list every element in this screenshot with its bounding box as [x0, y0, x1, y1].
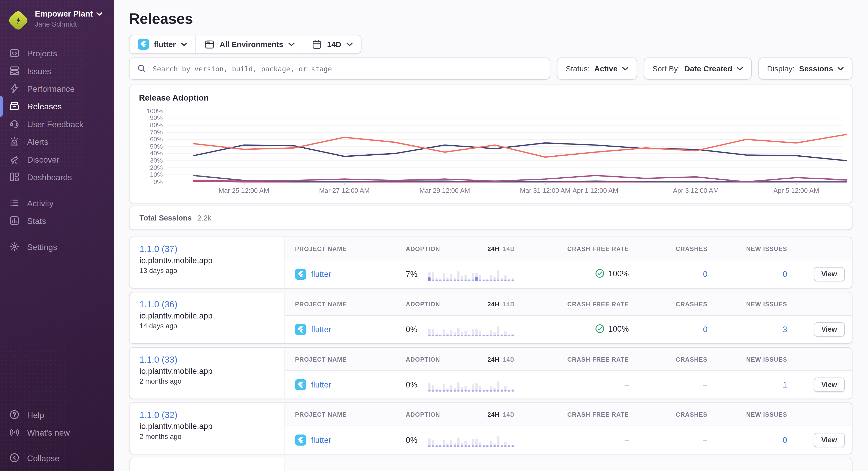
- view-button[interactable]: View: [814, 378, 845, 392]
- sidebar-item-collapse[interactable]: Collapse: [0, 449, 114, 466]
- org-switcher[interactable]: Empower Plant Jane Schmidt: [0, 0, 114, 31]
- page-title: Releases: [129, 11, 852, 27]
- project-filter-value: flutter: [154, 40, 176, 48]
- spark-range-toggle: 24H 14D: [488, 356, 515, 363]
- view-button[interactable]: View: [814, 322, 845, 337]
- y-tick-label: 50%: [150, 143, 163, 150]
- sidebar-item-stats[interactable]: Stats: [0, 212, 114, 229]
- sidebar-item-settings[interactable]: Settings: [0, 238, 114, 256]
- sidebar-item-dashboards[interactable]: Dashboards: [0, 168, 114, 186]
- crashes-count[interactable]: 0: [703, 325, 707, 334]
- release-info: 1.1.0 (33) io.planttv.mobile.app 2 month…: [130, 348, 285, 399]
- chevron-down-icon: [346, 42, 352, 46]
- help-icon: [9, 409, 20, 420]
- sidebar-item-issues[interactable]: Issues: [0, 62, 114, 79]
- new-issues-count[interactable]: 1: [783, 380, 787, 389]
- x-tick-mark: [445, 182, 445, 185]
- discover-icon: [9, 154, 20, 165]
- column-crashes: CRASHES: [629, 245, 708, 252]
- sidebar-item-alerts[interactable]: Alerts: [0, 133, 114, 150]
- performance-icon: [9, 83, 20, 94]
- release-table: PROJECT NAME ADOPTION 24H 14D CRASH FREE…: [285, 348, 852, 399]
- flutter-icon: [295, 379, 306, 390]
- release-table-row: flutter 0% – – 0 View: [285, 426, 852, 454]
- date-range-filter-value: 14D: [327, 40, 341, 48]
- environment-filter[interactable]: All Environments: [195, 35, 303, 53]
- column-crashes: CRASHES: [629, 411, 708, 418]
- org-name: Empower Plant: [35, 9, 93, 19]
- release-age: 14 days ago: [140, 322, 275, 330]
- column-project-name: PROJECT NAME: [285, 245, 406, 252]
- toolbar: Status: Active Sort By: Date Created Dis…: [129, 57, 852, 79]
- release-table: PROJECT NAME ADOPTION 24H 14D CRASH FREE…: [285, 237, 852, 288]
- toggle-24h[interactable]: 24H: [488, 245, 499, 252]
- release-age: 13 days ago: [140, 267, 275, 275]
- y-tick-label: 70%: [150, 129, 163, 135]
- flutter-icon: [295, 269, 306, 280]
- x-tick-label: Mar 31 12:00 AM: [520, 187, 570, 195]
- sidebar-item-what-s-new[interactable]: What's new: [0, 424, 114, 441]
- display-dropdown[interactable]: Display: Sessions: [758, 57, 852, 79]
- sidebar-item-releases[interactable]: Releases: [0, 97, 114, 115]
- project-link[interactable]: flutter: [311, 380, 331, 389]
- chart-line-series-plum: [193, 175, 846, 182]
- toggle-14d[interactable]: 14D: [503, 356, 515, 363]
- project-link[interactable]: flutter: [311, 436, 331, 444]
- release-table: PROJECT NAME ADOPTION 24H 14D CRASH FREE…: [285, 403, 852, 454]
- check-circle-icon: [595, 269, 604, 278]
- chart-lines: [167, 111, 843, 182]
- spark-range-toggle: 24H 14D: [488, 411, 515, 418]
- chart-y-axis: 100%90%80%70%60%50%40%30%20%10%0%: [139, 111, 167, 182]
- toggle-24h[interactable]: 24H: [488, 411, 499, 418]
- view-button[interactable]: View: [814, 267, 845, 281]
- sidebar-item-projects[interactable]: Projects: [0, 44, 114, 62]
- spark-range-toggle: 24H 14D: [488, 300, 515, 307]
- new-issues-count[interactable]: 0: [783, 436, 787, 444]
- new-issues-count[interactable]: 0: [783, 270, 787, 279]
- column-project-name: PROJECT NAME: [285, 300, 406, 307]
- toggle-14d[interactable]: 14D: [503, 300, 515, 307]
- release-version-link[interactable]: 1.1.0 (36): [140, 300, 177, 309]
- sort-dropdown[interactable]: Sort By: Date Created: [644, 57, 751, 79]
- toggle-14d[interactable]: 14D: [503, 411, 515, 418]
- crash-free-value: 100%: [609, 269, 629, 278]
- crashes-count: –: [703, 380, 707, 389]
- crashes-count[interactable]: 0: [703, 270, 707, 279]
- release-card: 1.1.0 (33) io.planttv.mobile.app 2 month…: [129, 347, 852, 399]
- view-button[interactable]: View: [814, 433, 845, 447]
- chevron-down-icon: [181, 42, 187, 46]
- toggle-14d[interactable]: 14D: [503, 245, 515, 252]
- sidebar-item-discover[interactable]: Discover: [0, 150, 114, 168]
- release-info: 1.1.0 (32) io.planttv.mobile.app 2 month…: [130, 403, 285, 454]
- search-input[interactable]: [152, 64, 542, 73]
- project-link[interactable]: flutter: [311, 270, 331, 279]
- search-box: [129, 57, 550, 79]
- sidebar-item-performance[interactable]: Performance: [0, 79, 114, 97]
- chevron-down-icon: [622, 67, 628, 71]
- date-range-filter[interactable]: 14D: [303, 35, 361, 53]
- sidebar-item-user-feedback[interactable]: User Feedback: [0, 115, 114, 133]
- sidebar-item-activity[interactable]: Activity: [0, 194, 114, 212]
- toggle-24h[interactable]: 24H: [488, 356, 499, 363]
- project-link[interactable]: flutter: [311, 325, 331, 334]
- toggle-24h[interactable]: 24H: [488, 300, 499, 307]
- crash-free-value: –: [624, 436, 629, 444]
- y-tick-label: 60%: [150, 136, 163, 143]
- column-adoption: ADOPTION: [406, 356, 440, 363]
- sidebar: Empower Plant Jane Schmidt Projects Issu…: [0, 0, 114, 471]
- project-filter[interactable]: flutter: [130, 35, 195, 53]
- release-adoption-card: Release Adoption 100%90%80%70%60%50%40%3…: [129, 85, 852, 203]
- sidebar-item-help[interactable]: Help: [0, 406, 114, 424]
- release-version-link[interactable]: 1.1.0 (33): [140, 355, 177, 365]
- release-version-link[interactable]: 1.1.0 (32): [140, 410, 177, 420]
- projects-icon: [9, 47, 20, 59]
- alerts-icon: [9, 136, 20, 147]
- dashboards-icon: [9, 171, 20, 182]
- sidebar-nav-footer: Help What's new: [0, 406, 114, 441]
- x-tick-mark: [796, 182, 797, 185]
- release-version-link[interactable]: 1.1.0 (37): [140, 244, 177, 254]
- column-crash-free-rate: CRASH FREE RATE: [515, 245, 629, 252]
- new-issues-count[interactable]: 3: [783, 325, 787, 334]
- sessions-sparkline: [428, 432, 515, 448]
- status-dropdown[interactable]: Status: Active: [557, 57, 637, 79]
